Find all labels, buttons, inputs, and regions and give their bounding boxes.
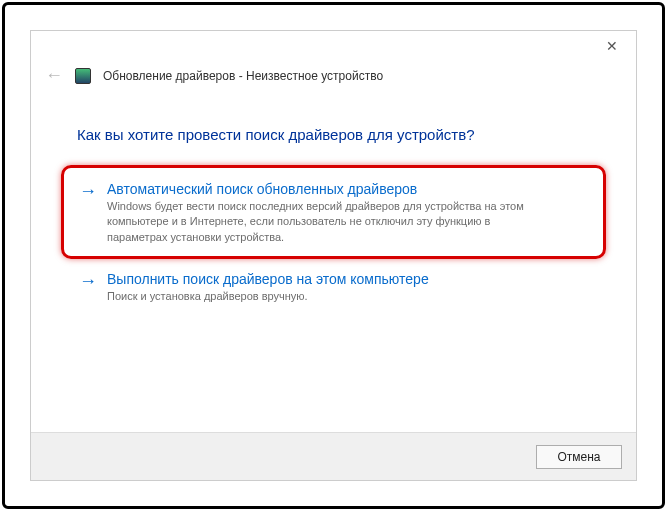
option-text: Выполнить поиск драйверов на этом компью… bbox=[107, 271, 588, 304]
close-icon: ✕ bbox=[606, 38, 618, 54]
arrow-right-icon: → bbox=[79, 181, 97, 245]
cancel-button[interactable]: Отмена bbox=[536, 445, 622, 469]
wizard-title: Обновление драйверов - Неизвестное устро… bbox=[103, 69, 383, 83]
footer: Отмена bbox=[31, 432, 636, 480]
content-area: Как вы хотите провести поиск драйверов д… bbox=[31, 98, 636, 432]
arrow-right-icon: → bbox=[79, 271, 97, 304]
option-title: Выполнить поиск драйверов на этом компью… bbox=[107, 271, 588, 287]
option-title: Автоматический поиск обновленных драйвер… bbox=[107, 181, 588, 197]
option-auto-search[interactable]: → Автоматический поиск обновленных драйв… bbox=[77, 177, 590, 249]
option-browse-computer[interactable]: → Выполнить поиск драйверов на этом комп… bbox=[77, 267, 590, 308]
titlebar: ✕ bbox=[31, 31, 636, 61]
option-browse-wrap: → Выполнить поиск драйверов на этом комп… bbox=[77, 267, 590, 308]
option-description: Windows будет вести поиск последних верс… bbox=[107, 199, 527, 245]
back-arrow-icon[interactable]: ← bbox=[45, 65, 63, 86]
option-description: Поиск и установка драйверов вручную. bbox=[107, 289, 527, 304]
option-auto-wrap: → Автоматический поиск обновленных драйв… bbox=[77, 177, 590, 249]
header-row: ← Обновление драйверов - Неизвестное уст… bbox=[31, 61, 636, 98]
option-text: Автоматический поиск обновленных драйвер… bbox=[107, 181, 588, 245]
driver-update-dialog: ✕ ← Обновление драйверов - Неизвестное у… bbox=[30, 30, 637, 481]
question-heading: Как вы хотите провести поиск драйверов д… bbox=[77, 126, 590, 143]
device-icon bbox=[75, 68, 91, 84]
close-button[interactable]: ✕ bbox=[592, 33, 632, 59]
